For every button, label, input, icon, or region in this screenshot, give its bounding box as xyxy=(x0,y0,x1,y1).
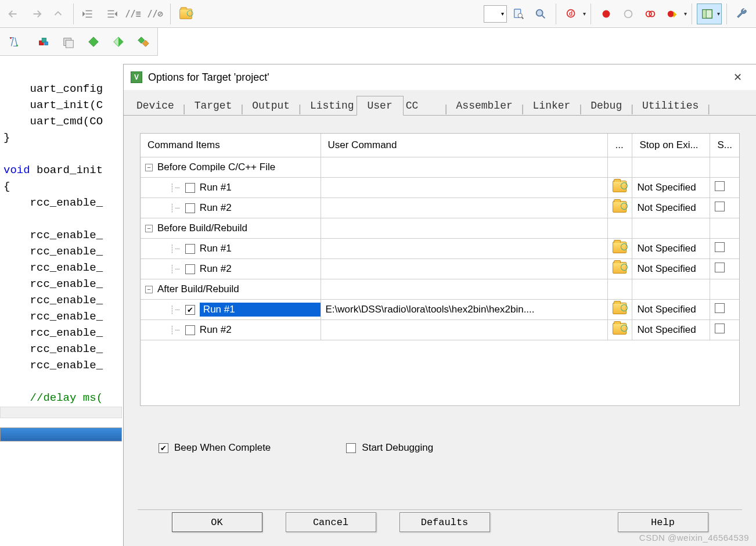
diamond-outline-icon[interactable] xyxy=(109,31,129,52)
build-all-icon[interactable] xyxy=(58,31,78,52)
uncomment-icon[interactable]: //⊘ xyxy=(145,3,165,24)
find-in-files-icon[interactable] xyxy=(508,3,529,24)
nav-up-icon[interactable] xyxy=(48,3,69,24)
user-command-cell[interactable] xyxy=(321,259,608,279)
tab-linker[interactable]: Linker xyxy=(531,96,573,115)
stop-cell[interactable]: Not Specified xyxy=(632,259,710,279)
window-layout-dropdown[interactable]: ▾ xyxy=(697,3,722,24)
hdr-browse[interactable]: ... xyxy=(608,134,632,157)
table-row[interactable]: ┊┄Run #2 Not Specified xyxy=(141,320,739,340)
stop-cell[interactable]: Not Specified xyxy=(632,300,710,320)
link-icon[interactable] xyxy=(640,3,661,24)
checkbox[interactable] xyxy=(715,242,725,252)
checkbox[interactable] xyxy=(185,183,195,193)
indent-icon[interactable] xyxy=(100,3,121,24)
translate-icon[interactable] xyxy=(3,31,24,52)
checkbox[interactable] xyxy=(185,325,195,335)
stop-cell[interactable]: Not Specified xyxy=(632,320,710,340)
browse-icon[interactable] xyxy=(613,242,627,253)
start-debugging-checkbox[interactable]: Start Debugging xyxy=(346,442,433,454)
dialog-title: Options for Target 'project' xyxy=(148,71,726,84)
checkbox[interactable] xyxy=(715,303,725,313)
record-outline-icon[interactable] xyxy=(618,3,639,24)
hdr-s[interactable]: S... xyxy=(710,134,739,157)
table-row[interactable]: ┊┄Run #2 Not Specified xyxy=(141,198,739,218)
browse-icon[interactable] xyxy=(613,323,627,335)
outdent-icon[interactable] xyxy=(78,3,99,24)
tab-utilities[interactable]: Utilities xyxy=(640,96,701,115)
group-before-build[interactable]: −Before Build/Rebuild xyxy=(141,218,739,239)
stop-cell[interactable]: Not Specified xyxy=(632,178,710,198)
tab-listing[interactable]: Listing xyxy=(308,96,357,115)
svg-point-9 xyxy=(668,10,674,17)
bottom-options: Beep When Complete Start Debugging xyxy=(124,413,756,465)
ok-button[interactable]: OK xyxy=(172,512,262,532)
record-icon[interactable] xyxy=(596,3,617,24)
close-icon[interactable]: ✕ xyxy=(726,71,749,84)
tab-debug[interactable]: Debug xyxy=(588,96,624,115)
hdr-stop[interactable]: Stop on Exi... xyxy=(632,134,710,157)
folder-open-icon[interactable] xyxy=(175,3,196,24)
wrench-icon[interactable] xyxy=(732,3,753,24)
hdr-command-items[interactable]: Command Items xyxy=(141,134,321,157)
debug-dropdown[interactable]: d ▾ xyxy=(561,3,586,24)
group-after-build[interactable]: −After Build/Rebuild xyxy=(141,279,739,300)
cancel-button[interactable]: Cancel xyxy=(286,512,376,532)
collapse-icon[interactable]: − xyxy=(145,164,153,171)
checkbox[interactable] xyxy=(715,263,725,272)
checkbox[interactable] xyxy=(185,244,195,254)
user-command-cell[interactable] xyxy=(321,320,608,340)
collapse-icon[interactable]: − xyxy=(145,225,153,232)
code-editor[interactable]: uart_config uart_init(C uart_cmd(CO } vo… xyxy=(0,56,122,410)
comment-icon[interactable]: //≡ xyxy=(123,3,143,24)
beep-when-complete-checkbox[interactable]: Beep When Complete xyxy=(159,442,271,454)
user-command-cell[interactable] xyxy=(321,239,608,259)
browse-icon[interactable] xyxy=(613,262,627,274)
nav-back-icon[interactable] xyxy=(3,3,24,24)
toolbar-band xyxy=(0,428,122,441)
diamond-green-icon[interactable] xyxy=(84,31,104,52)
nav-fwd-icon[interactable] xyxy=(26,3,46,24)
browse-icon[interactable] xyxy=(613,181,627,192)
table-row[interactable]: ┊┄Run #1 Not Specified xyxy=(141,239,739,259)
tab-output[interactable]: Output xyxy=(250,96,292,115)
browse-icon[interactable] xyxy=(613,303,627,314)
tab-user[interactable]: User xyxy=(357,96,404,116)
dialog-titlebar: V Options for Target 'project' ✕ xyxy=(124,64,756,90)
checkbox[interactable] xyxy=(185,305,195,315)
svg-point-12 xyxy=(10,37,12,39)
find-icon[interactable] xyxy=(530,3,551,24)
group-before-compile[interactable]: −Before Compile C/C++ File xyxy=(141,157,739,178)
tab-assembler[interactable]: Assembler xyxy=(454,96,515,115)
watermark: CSDN @weixin_46564539 xyxy=(639,533,749,543)
stop-cell[interactable]: Not Specified xyxy=(632,198,710,218)
h-scrollbar[interactable] xyxy=(0,407,122,418)
tab-device[interactable]: Device xyxy=(134,96,177,115)
checkbox[interactable] xyxy=(715,181,725,191)
checkbox[interactable] xyxy=(185,264,195,274)
help-button[interactable]: Help xyxy=(618,512,708,532)
tab-target[interactable]: Target xyxy=(192,96,235,115)
stop-cell[interactable]: Not Specified xyxy=(632,239,710,259)
svg-point-5 xyxy=(603,10,610,17)
table-row[interactable]: ┊┄Run #2 Not Specified xyxy=(141,259,739,279)
search-dropdown[interactable]: ▾ xyxy=(484,5,507,23)
browse-icon[interactable] xyxy=(613,201,627,213)
checkbox[interactable] xyxy=(715,202,725,211)
hdr-user-command[interactable]: User Command xyxy=(321,134,608,157)
diamond-multi-icon[interactable] xyxy=(134,31,154,52)
table-row-selected[interactable]: ┊┄Run #1 E:\work\DSS\radio\lora\tools\he… xyxy=(141,300,739,320)
collapse-icon[interactable]: − xyxy=(145,286,153,293)
tab-row: Device| Target| Output| Listing User CC|… xyxy=(124,90,756,116)
checkbox[interactable] xyxy=(715,324,725,333)
checkbox[interactable] xyxy=(185,203,195,213)
user-command-cell[interactable]: E:\work\DSS\radio\lora\tools\hex2bin\hex… xyxy=(321,300,608,320)
build-icon[interactable] xyxy=(33,31,53,52)
user-command-cell[interactable] xyxy=(321,198,608,218)
tab-cc[interactable]: CC xyxy=(404,96,438,115)
defaults-button[interactable]: Defaults xyxy=(399,512,490,532)
app-icon: V xyxy=(131,71,142,83)
table-row[interactable]: ┊┄Run #1 Not Specified xyxy=(141,178,739,198)
breakpoint-dropdown[interactable]: ▾ xyxy=(662,3,687,24)
user-command-cell[interactable] xyxy=(321,178,608,198)
